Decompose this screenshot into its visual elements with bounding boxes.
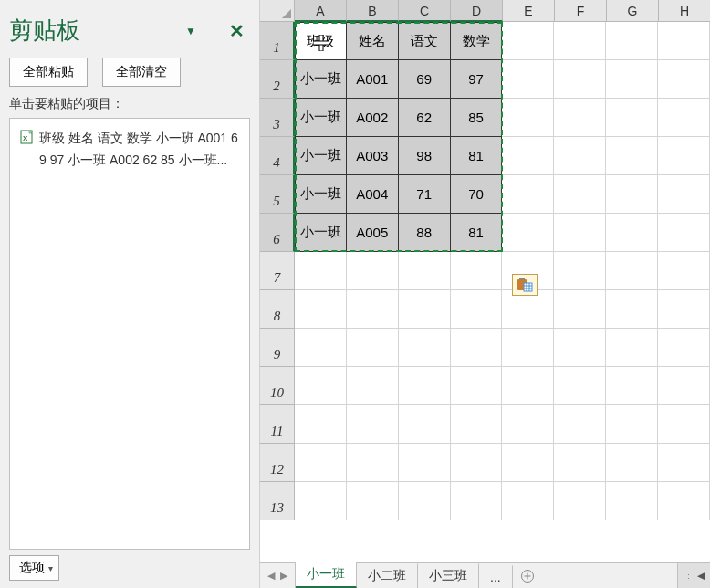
cell[interactable] <box>399 290 451 329</box>
panel-menu-icon[interactable]: ▼ <box>185 25 196 37</box>
cell[interactable] <box>606 329 658 367</box>
cell[interactable] <box>347 290 399 329</box>
cell[interactable] <box>658 290 710 329</box>
col-header-C[interactable]: C <box>399 0 451 22</box>
cell[interactable]: 小一班 <box>295 214 347 252</box>
cell[interactable] <box>554 482 606 520</box>
cell[interactable] <box>399 482 451 520</box>
col-header-B[interactable]: B <box>347 0 399 22</box>
cell[interactable] <box>606 175 658 214</box>
cell[interactable] <box>554 444 606 482</box>
cell[interactable] <box>606 137 658 175</box>
cell[interactable] <box>606 405 658 444</box>
cell[interactable] <box>606 22 658 60</box>
cell[interactable] <box>502 60 554 99</box>
cell[interactable] <box>502 99 554 137</box>
cell[interactable] <box>295 482 347 520</box>
cell[interactable] <box>658 175 710 214</box>
cell[interactable] <box>502 175 554 214</box>
col-header-E[interactable]: E <box>503 0 555 22</box>
cell[interactable] <box>502 329 554 367</box>
cell[interactable]: 小一班 <box>295 175 347 214</box>
cell[interactable]: 语文 <box>399 22 451 60</box>
cell[interactable] <box>399 444 451 482</box>
cell[interactable]: A003 <box>347 137 399 175</box>
cell[interactable]: A005 <box>347 214 399 252</box>
cell[interactable] <box>399 252 451 290</box>
cell[interactable] <box>658 252 710 290</box>
row-header-7[interactable]: 7 <box>260 252 295 290</box>
col-header-G[interactable]: G <box>607 0 659 22</box>
cell[interactable] <box>295 290 347 329</box>
cell[interactable]: 62 <box>399 99 451 137</box>
cell[interactable] <box>295 405 347 444</box>
row-header-6[interactable]: 6 <box>260 214 295 252</box>
cell[interactable]: 小一班 <box>295 60 347 99</box>
cell[interactable] <box>658 137 710 175</box>
cell[interactable] <box>606 444 658 482</box>
cell[interactable] <box>502 22 554 60</box>
cell[interactable]: 97 <box>451 60 503 99</box>
cell[interactable] <box>658 482 710 520</box>
cell[interactable] <box>502 214 554 252</box>
cell[interactable]: 小一班 <box>295 137 347 175</box>
cell[interactable] <box>451 482 503 520</box>
cell[interactable] <box>502 290 554 329</box>
cell[interactable] <box>347 405 399 444</box>
cell[interactable] <box>554 367 606 405</box>
cell[interactable] <box>451 329 503 367</box>
cell[interactable] <box>606 99 658 137</box>
cell[interactable]: A004 <box>347 175 399 214</box>
row-header-4[interactable]: 4 <box>260 137 295 175</box>
cell[interactable] <box>606 252 658 290</box>
new-sheet-button[interactable] <box>513 563 542 588</box>
cell[interactable]: 85 <box>451 99 503 137</box>
cell[interactable] <box>502 405 554 444</box>
sheet-tab-2[interactable]: 小二班 <box>357 563 418 588</box>
cell[interactable] <box>658 99 710 137</box>
cell[interactable] <box>347 444 399 482</box>
cell[interactable] <box>554 214 606 252</box>
cell[interactable] <box>658 22 710 60</box>
row-header-2[interactable]: 2 <box>260 60 295 99</box>
sheet-tab-overflow[interactable]: ... <box>479 565 513 588</box>
cell[interactable] <box>347 482 399 520</box>
cell[interactable]: 数学 <box>451 22 503 60</box>
clipboard-item[interactable]: X 班级 姓名 语文 数学 小一班 A001 69 97 小一班 A002 62… <box>17 126 242 173</box>
cell[interactable] <box>451 405 503 444</box>
cell[interactable] <box>554 405 606 444</box>
cell[interactable] <box>451 252 503 290</box>
cell[interactable]: 88 <box>399 214 451 252</box>
close-icon[interactable]: ✕ <box>224 20 250 42</box>
cell[interactable]: 班级 <box>295 22 347 60</box>
paste-all-button[interactable]: 全部粘贴 <box>9 58 88 87</box>
cell[interactable] <box>658 214 710 252</box>
sheet-tab-1[interactable]: 小一班 <box>296 562 357 588</box>
col-header-A[interactable]: A <box>295 0 347 22</box>
cell[interactable]: A002 <box>347 99 399 137</box>
cell[interactable]: 81 <box>451 214 503 252</box>
cell[interactable]: 71 <box>399 175 451 214</box>
row-header-8[interactable]: 8 <box>260 290 295 329</box>
cell[interactable] <box>502 137 554 175</box>
cell[interactable] <box>554 290 606 329</box>
cell[interactable] <box>399 405 451 444</box>
cell[interactable] <box>554 99 606 137</box>
cell[interactable] <box>554 175 606 214</box>
cell[interactable] <box>347 367 399 405</box>
cell[interactable] <box>606 367 658 405</box>
row-header-13[interactable]: 13 <box>260 482 295 520</box>
cell[interactable] <box>502 367 554 405</box>
row-header-5[interactable]: 5 <box>260 175 295 214</box>
cell[interactable] <box>658 329 710 367</box>
cell[interactable] <box>554 22 606 60</box>
cell[interactable]: A001 <box>347 60 399 99</box>
cell[interactable] <box>658 60 710 99</box>
cell[interactable] <box>554 137 606 175</box>
cell[interactable] <box>451 367 503 405</box>
cell[interactable] <box>658 444 710 482</box>
cell[interactable] <box>606 290 658 329</box>
sheet-tab-3[interactable]: 小三班 <box>418 563 479 588</box>
cell[interactable] <box>295 444 347 482</box>
options-button[interactable]: 选项 ▾ <box>9 555 59 581</box>
